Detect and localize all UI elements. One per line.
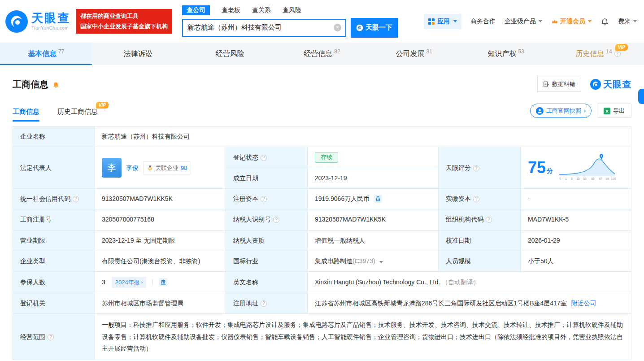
- help-icon[interactable]: ?: [473, 165, 479, 171]
- table-row: 企业名称 新芯航途（苏州）科技有限公司: [13, 126, 631, 147]
- user-menu[interactable]: 费米: [618, 17, 637, 26]
- user-name-label: 费米: [618, 17, 631, 26]
- app-menu[interactable]: 应用: [424, 14, 461, 29]
- insured-count-value: 3 2024年报 ›: [95, 271, 226, 293]
- top-right-nav: 应用 商务合作 企业级产品 开通会员 费米: [424, 14, 637, 29]
- related-companies-label: 关联企业: [155, 163, 178, 173]
- export-button[interactable]: X 导出: [597, 104, 631, 118]
- tab-intellectual-property-count: 53: [518, 48, 524, 55]
- app-menu-label: 应用: [437, 17, 450, 26]
- annual-report-badge[interactable]: 2024年报 ›: [112, 277, 147, 288]
- tianyancha-watermark-icon: [590, 79, 601, 90]
- subtab-history-label: 历史工商信息: [57, 108, 98, 115]
- brand-name: 天眼查: [31, 12, 70, 24]
- table-row: 统一社会信用代码? 91320507MAD7W1KK5K 注册资本? 1919.…: [13, 189, 631, 209]
- search-tab-boss[interactable]: 查老板: [222, 5, 240, 15]
- subtab-business-info[interactable]: 工商信息: [13, 108, 39, 122]
- vip-upgrade-menu[interactable]: 开通会员: [551, 17, 592, 26]
- chevron-down-icon: [453, 20, 457, 22]
- help-icon[interactable]: ?: [486, 217, 492, 223]
- nearby-company-link[interactable]: 附近公司: [571, 300, 596, 307]
- table-row: 经营范围? 一般项目：科技推广和应用服务；软件开发；集成电路芯片设计及服务；集成…: [13, 314, 631, 360]
- score-chart[interactable]: 0 1 5 15 50 85 97 99 100: [558, 154, 617, 182]
- chevron-right-icon: ›: [141, 278, 143, 286]
- tab-company-development[interactable]: 公司发展 31: [368, 43, 460, 65]
- search-tab-risk[interactable]: 查风险: [283, 5, 301, 15]
- slogan-banner: 都在用的商业查询工具 国家中小企业发展子基金旗下机构: [76, 9, 172, 33]
- staff-size-label: 人员规模: [439, 251, 521, 271]
- export-label: 导出: [613, 107, 625, 115]
- table-row: 企业类型 有限责任公司(港澳台投资、非独资) 国标行业 集成电路制造(C3973…: [13, 251, 631, 271]
- tab-operational-risk[interactable]: 经营风险: [184, 43, 276, 65]
- tianyancha-watermark-label: 天眼查: [603, 78, 631, 91]
- tab-historical-info-count: 14: [606, 48, 612, 55]
- clear-icon[interactable]: ×: [334, 24, 341, 31]
- search-button[interactable]: 天眼一下: [351, 18, 398, 38]
- brand-domain: TianYanCha.com: [31, 26, 70, 30]
- business-info-table: 企业名称 新芯航途（苏州）科技有限公司 法定代表人 李 李俊: [13, 126, 631, 360]
- data-correction-button[interactable]: 数据纠错: [537, 77, 581, 92]
- help-icon[interactable]: ?: [261, 196, 267, 202]
- help-icon[interactable]: ?: [48, 334, 54, 340]
- tab-historical-info[interactable]: VIP 历史信息 14 ?: [552, 43, 644, 65]
- org-code-label: 组织机构代码?: [439, 209, 521, 230]
- enterprise-product-label: 企业级产品: [505, 17, 536, 26]
- official-snapshot-button[interactable]: 工商官网快照 ›: [530, 104, 592, 118]
- related-companies-button[interactable]: 关联企业 98: [143, 161, 191, 174]
- approval-date-label: 核准日期: [439, 230, 521, 251]
- vip-badge: VIP: [615, 44, 628, 51]
- svg-text:99: 99: [605, 177, 609, 180]
- score-axis-labels: 0 1 5 15 50 85 97 99 100: [559, 177, 616, 180]
- data-correction-label: 数据纠错: [552, 80, 575, 88]
- company-type-label: 企业类型: [13, 251, 95, 271]
- legal-rep-value: 李 李俊 关联企业 98: [95, 147, 226, 189]
- tab-company-development-label: 公司发展: [396, 49, 424, 59]
- reg-status-label: 登记状态?: [226, 147, 308, 168]
- est-date-label: 成立日期: [226, 168, 308, 189]
- header: 天眼查 TianYanCha.com 都在用的商业查询工具 国家中小企业发展子基…: [0, 0, 644, 43]
- taxpayer-id-label: 纳税人识别号?: [226, 209, 308, 230]
- capital-bank-icon[interactable]: [374, 195, 382, 203]
- subscribe-bell-icon[interactable]: [52, 81, 60, 88]
- insured-count-label: 参保人数: [13, 271, 95, 293]
- help-icon[interactable]: ?: [273, 217, 279, 223]
- status-badge: 存续: [315, 152, 338, 163]
- app-grid-icon: [428, 18, 435, 25]
- help-icon[interactable]: ?: [473, 196, 479, 202]
- table-row: 登记机关 苏州市相城区市场监督管理局 注册地址? 江苏省苏州市相城区高铁新城青龙…: [13, 293, 631, 314]
- tianyancha-logo[interactable]: 天眼查 TianYanCha.com: [5, 10, 70, 33]
- taxpayer-quality-value: 增值税一般纳税人: [308, 230, 439, 251]
- score-number: 75分: [528, 160, 553, 176]
- subtab-history-business-info[interactable]: 历史工商信息 VIP: [57, 108, 98, 122]
- tab-business-info[interactable]: 经营信息 82: [276, 43, 368, 65]
- search-tab-company[interactable]: 查公司: [182, 5, 210, 15]
- help-icon[interactable]: ?: [261, 155, 267, 161]
- help-icon[interactable]: ?: [73, 196, 79, 202]
- chevron-down-icon: [539, 20, 542, 22]
- tab-legal-proceedings[interactable]: 法律诉讼: [92, 43, 184, 65]
- paid-capital-value: -: [521, 189, 631, 209]
- official-snapshot-label: 工商官网快照: [546, 107, 581, 115]
- business-scope-label: 经营范围?: [13, 314, 95, 360]
- search-input[interactable]: [183, 24, 345, 31]
- company-name-label: 企业名称: [13, 126, 95, 147]
- slogan-line1: 都在用的商业查询工具: [80, 11, 168, 21]
- search-tab-relation[interactable]: 查关系: [252, 5, 271, 15]
- legal-rep-avatar[interactable]: 李: [102, 158, 122, 178]
- tab-intellectual-property-label: 知识产权: [488, 49, 517, 59]
- help-icon[interactable]: ?: [614, 51, 621, 57]
- search-tabs: 查公司 查老板 查关系 查风险: [182, 5, 398, 15]
- tab-intellectual-property[interactable]: 知识产权 53: [460, 43, 552, 65]
- insured-bank-icon[interactable]: [159, 278, 167, 286]
- side-float-widget[interactable]: [638, 89, 644, 104]
- business-cooperation-link[interactable]: 商务合作: [470, 17, 496, 26]
- enterprise-product-menu[interactable]: 企业级产品: [505, 17, 542, 26]
- reg-number-value: 320507000775168: [95, 209, 226, 230]
- legal-rep-name-link[interactable]: 李俊: [126, 163, 139, 173]
- chevron-down-icon[interactable]: [379, 261, 383, 263]
- notification-bell-icon[interactable]: [600, 17, 609, 26]
- reg-address-label: 注册地址?: [226, 293, 308, 314]
- tab-business-info-label: 经营信息: [304, 49, 332, 59]
- tab-basic-info[interactable]: 基本信息 77: [0, 43, 92, 65]
- help-icon[interactable]: ?: [261, 300, 267, 307]
